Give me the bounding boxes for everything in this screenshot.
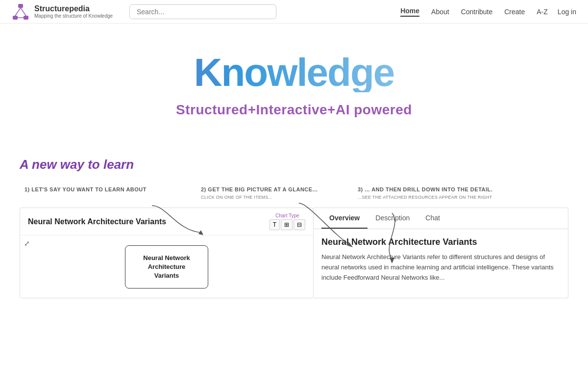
step-1: 1) LET'S SAY YOU WANT TO LEARN ABOUT [20, 186, 196, 193]
search-box[interactable] [129, 4, 276, 19]
logo-icon [12, 3, 29, 21]
steps-row: 1) LET'S SAY YOU WANT TO LEARN ABOUT 2) … [20, 186, 568, 200]
card-body-left: ⤢ Neural Network Architecture Variants [20, 236, 313, 298]
step3-label: 3) ... AND THEN DRILL DOWN INTO THE DETA… [358, 186, 564, 193]
nav-contribute[interactable]: Contribute [461, 8, 493, 16]
expand-button[interactable]: ⤢ [24, 239, 30, 247]
hero-title: Knowledge [10, 53, 578, 92]
main-nav: Home About Contribute Create A-Z [400, 7, 548, 17]
learn-section: A new way to learn 1) LET'S SAY YOU WANT… [0, 142, 588, 298]
step-3: 3) ... AND THEN DRILL DOWN INTO THE DETA… [353, 186, 568, 200]
step3-sublabel: ...SEE THE ATTACHED RESOURCES APPEAR ON … [358, 195, 564, 200]
step1-label: 1) LET'S SAY YOU WANT TO LEARN ABOUT [24, 186, 191, 193]
arrow-3-icon [377, 210, 407, 264]
step-2: 2) GET THE BIG PICTURE AT A GLANCE... CL… [196, 186, 353, 200]
svg-marker-7 [347, 242, 353, 247]
overview-text: Neural Network Architecture Variants ref… [321, 252, 560, 283]
logo-text: Structurepedia Mapping the structure of … [34, 4, 113, 19]
card-title-left: Neural Network Architecture Variants [28, 217, 166, 226]
svg-line-3 [15, 8, 21, 16]
arrow-1-icon [147, 201, 206, 240]
step2-label: 2) GET THE BIG PICTURE AT A GLANCE... [201, 186, 348, 193]
hero-section: Knowledge Structured+Interactive+AI powe… [0, 24, 588, 142]
nav-about[interactable]: About [431, 8, 449, 16]
svg-line-4 [21, 8, 26, 16]
step2-sublabel: CLICK ON ONE OF THE ITEMS... [201, 195, 348, 200]
chart-type-table-btn[interactable]: ⊞ [281, 219, 293, 230]
app-name: Structurepedia [34, 4, 113, 13]
nav-home[interactable]: Home [400, 7, 419, 17]
chart-type-text-btn[interactable]: T [270, 219, 280, 230]
login-button[interactable]: Log in [558, 8, 576, 16]
tab-chat[interactable]: Chat [417, 208, 448, 229]
app-header: Structurepedia Mapping the structure of … [0, 0, 588, 24]
svg-marker-8 [390, 258, 394, 263]
nav-az[interactable]: A-Z [537, 8, 548, 16]
svg-rect-0 [18, 4, 23, 8]
learn-title: A new way to learn [20, 157, 568, 172]
node-box[interactable]: Neural Network Architecture Variants [125, 245, 208, 289]
search-input[interactable] [129, 4, 276, 19]
app-tagline: Mapping the structure of Knowledge [34, 13, 113, 19]
logo-area[interactable]: Structurepedia Mapping the structure of … [12, 3, 120, 21]
hero-subtitle: Structured+Interactive+AI powered [10, 102, 578, 118]
nav-create[interactable]: Create [504, 8, 525, 16]
